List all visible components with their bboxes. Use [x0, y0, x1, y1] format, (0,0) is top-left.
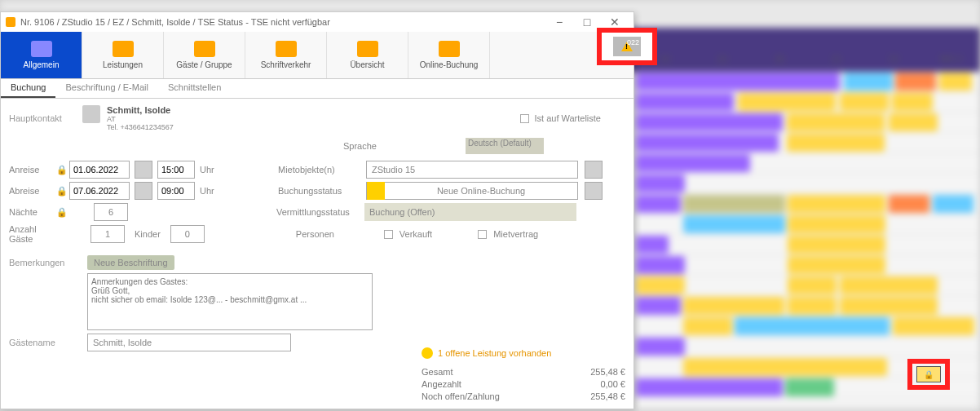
status-label: Buchungsstatus	[278, 186, 360, 196]
object-value[interactable]: ZStudio 15	[366, 161, 578, 179]
guests-icon	[194, 41, 215, 57]
calendar-picker-button[interactable]	[135, 182, 152, 200]
main-guest-label: Hauptkontakt	[9, 113, 82, 123]
departure-time-input[interactable]	[157, 182, 195, 200]
lock-icon: 🔒	[924, 370, 934, 379]
close-button[interactable]: ✕	[609, 16, 620, 28]
general-icon	[31, 41, 52, 57]
arrival-label: Anreise	[9, 165, 51, 175]
summary-panel: 1 offene Leistung vorhanden Gesamt255,48…	[422, 347, 625, 404]
maximize-button[interactable]: □	[581, 16, 593, 28]
sum-label: Angezahlt	[422, 379, 461, 389]
sum-label: Noch offen/Zahlung	[422, 391, 500, 401]
departure-label: Abreise	[9, 186, 51, 196]
departure-date-input[interactable]	[69, 182, 130, 200]
children-stepper[interactable]: 0	[170, 225, 205, 243]
titlebar: Nr. 9106 / ZStudio 15 / EZ / Schmitt, Is…	[1, 12, 633, 32]
guest-phone: Tel. +436641234567	[107, 123, 174, 131]
toolbar: Allgemein Leistungen Gäste / Gruppe Schr…	[1, 32, 633, 79]
tab-beschriftung[interactable]: Beschriftung / E-Mail	[55, 79, 157, 98]
toolbar-allgemein[interactable]: Allgemein	[1, 32, 82, 78]
toolbar-schriftverkehr[interactable]: Schriftverkehr	[245, 32, 327, 78]
calendar-date-col: 21	[808, 47, 865, 72]
form-area: Hauptkontakt Schmitt, Isolde AT Tel. +43…	[1, 99, 633, 361]
persons-label: Personen	[296, 229, 377, 239]
object-label: Mietobjekte(n)	[278, 165, 360, 175]
sum-value: 255,48 €	[590, 391, 625, 401]
add-note-button[interactable]: Neue Beschriftung	[87, 255, 174, 270]
children-label: Kinder	[135, 229, 161, 239]
lock-badge: 🔒	[916, 366, 941, 382]
toolbar-leistungen[interactable]: Leistungen	[82, 32, 164, 78]
annotation-bottom: 🔒	[907, 359, 950, 390]
mail-icon	[276, 41, 297, 57]
tabs: Buchung Beschriftung / E-Mail Schnittste…	[1, 79, 633, 99]
toolbar-gaeste[interactable]: Gäste / Gruppe	[164, 32, 245, 78]
checkbox-icon[interactable]	[384, 230, 393, 239]
arrival-date-input[interactable]	[69, 161, 130, 179]
guestname-input[interactable]: Schmitt, Isolde	[87, 334, 291, 351]
avatar-icon[interactable]	[82, 105, 100, 123]
calendar-date-col: 22	[865, 47, 922, 72]
sum-label: Gesamt	[422, 367, 453, 377]
status-field[interactable]: Neue Online-Buchung	[366, 182, 578, 200]
tab-buchung[interactable]: Buchung	[1, 79, 55, 98]
language-label: Sprache	[343, 141, 377, 151]
nights-label: Nächte	[9, 207, 51, 217]
nights-stepper[interactable]: 6	[94, 203, 128, 221]
window-title: Nr. 9106 / ZStudio 15 / EZ / Schmitt, Is…	[20, 17, 330, 27]
toolbar-online-buchung[interactable]: Online-Buchung	[408, 32, 490, 78]
workflow-label: Vermittlungsstatus	[276, 207, 358, 217]
services-icon	[113, 41, 134, 57]
calendar-picker-button[interactable]	[135, 161, 152, 179]
checkbox-icon	[520, 114, 529, 123]
arrival-time-input[interactable]	[157, 161, 195, 179]
notes-label: Bemerkungen	[9, 258, 82, 267]
lock-icon: 🔒	[56, 207, 64, 218]
status-picker-button[interactable]	[585, 182, 603, 200]
calendar-date-col: 20	[751, 47, 808, 72]
warning-icon	[422, 347, 433, 359]
language-select[interactable]: Deutsch (Default)	[466, 138, 544, 154]
waitlist-checkbox[interactable]: Ist auf Warteliste	[520, 113, 601, 123]
annotation-top: 022	[597, 28, 657, 65]
workflow-value[interactable]: Buchung (Offen)	[364, 203, 576, 221]
guestname-label: Gästename	[9, 338, 82, 347]
calendar-date-col: MO 2	[923, 47, 980, 72]
object-picker-button[interactable]	[585, 161, 603, 179]
sum-value: 255,48 €	[590, 367, 625, 377]
toolbar-uebersicht[interactable]: Übersicht	[327, 32, 408, 78]
guest-name[interactable]: Schmitt, Isolde	[107, 105, 174, 115]
notes-textarea[interactable]: Anmerkungen des Gastes: Grüß Gott, nicht…	[87, 273, 373, 330]
sum-value: 0,00 €	[600, 379, 625, 389]
status-color-icon	[367, 182, 385, 200]
calendar-date-col: 19	[693, 47, 750, 72]
adults-stepper[interactable]: 1	[90, 225, 125, 243]
booking-window: Nr. 9106 / ZStudio 15 / EZ / Schmitt, Is…	[0, 11, 634, 409]
lock-icon: 🔒	[56, 186, 64, 197]
overview-icon	[357, 41, 378, 57]
warning-row[interactable]: 1 offene Leistung vorhanden	[422, 347, 625, 359]
lock-icon: 🔒	[56, 165, 64, 175]
minimize-button[interactable]: −	[554, 16, 565, 28]
guest-country: AT	[107, 115, 174, 123]
tab-schnittstellen[interactable]: Schnittstellen	[158, 79, 231, 98]
cloud-icon	[439, 41, 460, 57]
adults-label: Anzahl Gäste	[9, 224, 63, 244]
checkbox-icon[interactable]	[478, 230, 487, 239]
app-icon	[6, 17, 15, 27]
